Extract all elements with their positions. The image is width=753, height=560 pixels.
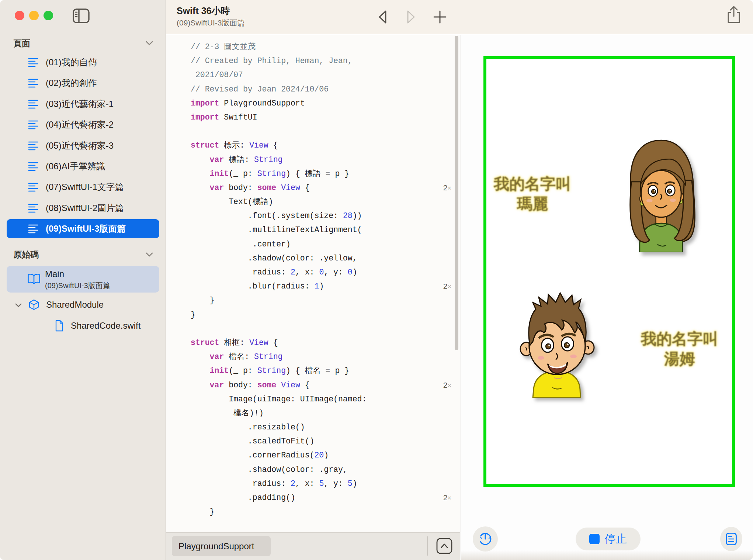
code-line: import SwiftUI	[166, 110, 460, 124]
code-line: var 檔名: String	[166, 350, 460, 364]
window-bottom-fade	[461, 550, 753, 560]
sidebar-toggle-icon[interactable]	[72, 8, 90, 24]
code-line: var body: some View {2×	[166, 181, 460, 195]
code-line: .blur(radius: 1)2×	[166, 279, 460, 293]
code-line: init(_ p: String) { 標語 = p }	[166, 167, 460, 181]
main-item-subtitle: (09)SwiftUI-3版面篇	[45, 281, 110, 291]
stop-button-label: 停止	[605, 532, 627, 547]
code-line: import PlaygroundSupport	[166, 96, 460, 110]
tom-name-label: 我的名字叫 湯姆	[613, 329, 746, 369]
sidebar-item-main[interactable]: Main (09)SwiftUI-3版面篇	[7, 266, 159, 293]
sharedcode-label: SharedCode.swift	[71, 321, 140, 331]
code-line: }	[166, 293, 460, 307]
code-line: .resizable()	[166, 420, 460, 434]
page-list-icon	[28, 57, 39, 68]
code-text: // 2-3 圖文並茂// Created by Philip, Heman, …	[166, 40, 460, 532]
code-line: // Created by Philip, Heman, Jean,	[166, 54, 460, 68]
page-list-icon	[28, 119, 39, 130]
page-label: (04)近代藝術家-2	[46, 119, 114, 131]
page-label: (03)近代藝術家-1	[46, 98, 114, 110]
tom-label-line1: 我的名字叫	[613, 329, 746, 349]
run-count-badge: 2×	[443, 491, 451, 505]
gauge-icon	[477, 531, 493, 547]
completion-token[interactable]: PlaygroundSupport	[172, 536, 271, 556]
page-label: (06)AI手掌辨識	[46, 160, 105, 172]
code-editor[interactable]: // 2-3 圖文並茂// Created by Philip, Heman, …	[166, 35, 460, 532]
run-count-badge: 2×	[443, 378, 451, 393]
code-line: var 標語: String	[166, 153, 460, 167]
sidebar-item-page-8[interactable]: (08)SwiftUI-2圖片篇	[7, 198, 159, 218]
document-subtitle: (09)SwiftUI-3版面篇	[177, 18, 245, 28]
sidebar-item-page-1[interactable]: (01)我的自傳	[7, 53, 159, 72]
sidebar-item-sharedcode[interactable]: SharedCode.swift	[7, 316, 159, 335]
code-line: Text(標語)	[166, 195, 460, 209]
page-list-icon	[28, 140, 39, 151]
page-label: (09)SwiftUI-3版面篇	[46, 223, 126, 235]
sidebar-item-page-3[interactable]: (03)近代藝術家-1	[7, 94, 159, 114]
code-line: init(_ p: String) { 檔名 = p }	[166, 364, 460, 378]
code-line: radius: 2, x: 5, y: 5)	[166, 477, 460, 491]
sidebar-item-page-5[interactable]: (05)近代藝術家-3	[7, 136, 159, 155]
code-line: radius: 2, x: 0, y: 0)	[166, 265, 460, 279]
console-icon	[725, 532, 738, 546]
add-button[interactable]	[433, 9, 447, 27]
tom-illustration	[515, 287, 599, 398]
code-line: }	[166, 505, 460, 519]
expand-keyboard-accessory-button[interactable]	[436, 537, 453, 554]
swift-file-icon	[55, 320, 64, 332]
editor-scrollbar[interactable]	[455, 36, 458, 350]
page-label: (05)近代藝術家-3	[46, 140, 114, 152]
sidebar-item-page-6[interactable]: (06)AI手掌辨識	[7, 157, 159, 176]
back-button[interactable]	[375, 8, 390, 26]
sources-collapse-chevron-icon[interactable]	[145, 252, 153, 257]
sidebar-item-page-4[interactable]: (04)近代藝術家-2	[7, 115, 159, 134]
run-count-badge: 2×	[443, 279, 451, 294]
share-icon[interactable]	[725, 5, 742, 24]
code-line: .multilineTextAlignment(	[166, 223, 460, 237]
sidebar-item-page-9[interactable]: (09)SwiftUI-3版面篇	[7, 219, 159, 238]
page-list-icon	[28, 161, 39, 172]
stop-button[interactable]: 停止	[576, 528, 641, 550]
console-log-button[interactable]	[720, 527, 742, 551]
code-line: .shadow(color: .gray,	[166, 463, 460, 477]
editor-bottom-bar: PlaygroundSupport	[166, 532, 460, 560]
pages-section-header: 頁面	[13, 38, 30, 49]
traffic-lights	[15, 11, 53, 20]
zoom-button[interactable]	[44, 11, 53, 20]
code-line: // 2-3 圖文並茂	[166, 40, 460, 54]
code-line: .cornerRadius(20)	[166, 448, 460, 462]
performance-gauge-button[interactable]	[473, 526, 498, 552]
module-cube-icon	[28, 299, 40, 311]
pages-collapse-chevron-icon[interactable]	[145, 41, 153, 46]
page-list-icon	[28, 182, 39, 193]
page-list-icon	[28, 77, 39, 89]
page-label: (08)SwiftUI-2圖片篇	[46, 202, 124, 214]
mary-illustration	[617, 137, 705, 252]
code-line: .shadow(color: .yellow,	[166, 251, 460, 265]
sharedmodule-label: SharedModule	[46, 300, 104, 310]
page-list-icon	[28, 98, 39, 110]
page-label: (07)SwiftUI-1文字篇	[46, 181, 124, 193]
close-button[interactable]	[15, 11, 24, 20]
code-line: Image(uiImage: UIImage(named:	[166, 392, 460, 406]
live-preview-panel: 我的名字叫 瑪麗	[461, 35, 753, 560]
code-line: var body: some View {2×	[166, 378, 460, 392]
code-line: 2021/08/07	[166, 68, 460, 82]
disclosure-chevron-icon[interactable]	[15, 303, 22, 307]
sidebar: 頁面 (01)我的自傳(02)我的創作(03)近代藝術家-1(04)近代藝術家-…	[0, 0, 166, 560]
code-line: struct 標示: View {	[166, 138, 460, 152]
mary-label-line1: 我的名字叫	[466, 174, 599, 194]
minimize-button[interactable]	[29, 11, 39, 20]
sidebar-item-sharedmodule[interactable]: SharedModule	[7, 295, 159, 314]
sidebar-item-page-7[interactable]: (07)SwiftUI-1文字篇	[7, 177, 159, 197]
playgrounds-window: 頁面 (01)我的自傳(02)我的創作(03)近代藝術家-1(04)近代藝術家-…	[0, 0, 753, 560]
page-label: (02)我的創作	[46, 77, 97, 89]
forward-button[interactable]	[404, 8, 419, 26]
code-line: 檔名)!)	[166, 406, 460, 420]
code-line: }	[166, 308, 460, 322]
tom-label-line2: 湯姆	[613, 349, 746, 369]
document-title: Swift 36小時	[177, 5, 230, 17]
page-list-icon	[28, 203, 39, 214]
sidebar-item-page-2[interactable]: (02)我的創作	[7, 73, 159, 93]
mary-label-line2: 瑪麗	[466, 194, 599, 214]
